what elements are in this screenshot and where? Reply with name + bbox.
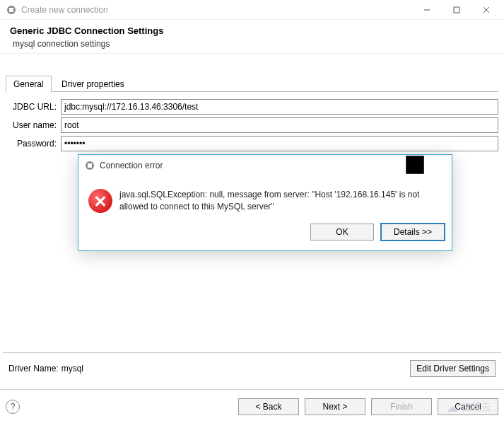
close-button[interactable]	[471, 0, 501, 20]
dialog-minimize-button[interactable]	[381, 153, 404, 178]
jdbc-url-label: JDBC URL:	[6, 102, 61, 112]
password-input[interactable]	[61, 136, 498, 151]
edit-driver-button[interactable]: Edit Driver Settings	[410, 360, 496, 377]
details-button[interactable]: Details >>	[381, 224, 445, 241]
tab-general[interactable]: General	[6, 76, 52, 93]
svg-rect-7	[88, 163, 92, 168]
help-button[interactable]: ?	[6, 400, 20, 414]
maximize-button[interactable]	[442, 0, 471, 20]
next-button[interactable]: Next >	[305, 398, 365, 415]
driver-name-value: mysql	[61, 364, 411, 373]
svg-line-11	[428, 156, 447, 174]
dialog-titlebar: Connection error	[78, 155, 452, 176]
dialog-body: java.sql.SQLException: null, message fro…	[78, 176, 452, 219]
cancel-button[interactable]: Cancel	[438, 398, 498, 415]
svg-rect-3	[454, 7, 459, 13]
window-title: Create new connection	[21, 5, 412, 15]
page-title: Generic JDBC Connection Settings	[10, 25, 494, 36]
username-row: User name:	[6, 117, 498, 133]
back-button[interactable]: < Back	[238, 398, 299, 415]
finish-button: Finish	[371, 398, 432, 415]
error-dialog: Connection error java.sql.SQLException: …	[78, 154, 452, 251]
dialog-app-icon	[84, 160, 95, 171]
password-row: Password:	[6, 136, 498, 151]
password-label: Password:	[6, 139, 61, 149]
wizard-footer: ? < Back Next > Finish Cancel	[0, 389, 504, 423]
jdbc-url-input[interactable]	[61, 99, 498, 115]
tabs-bar: General Driver properties	[6, 75, 498, 92]
dialog-close-button[interactable]	[426, 153, 449, 178]
driver-name-label: Driver Name:	[8, 364, 59, 373]
dialog-maximize-button[interactable]	[404, 153, 426, 178]
tab-driver-properties[interactable]: Driver properties	[54, 76, 132, 93]
svg-line-10	[428, 156, 447, 174]
svg-rect-9	[406, 156, 424, 174]
dialog-title: Connection error	[100, 161, 381, 170]
error-message: java.sql.SQLException: null, message fro…	[119, 189, 442, 214]
error-icon	[88, 189, 112, 213]
page-subtitle: mysql connection settings	[13, 39, 494, 49]
dialog-footer: OK Details >>	[78, 219, 452, 250]
username-input[interactable]	[61, 117, 498, 133]
ok-button[interactable]: OK	[310, 224, 374, 241]
connection-form: JDBC URL: User name: Password:	[0, 92, 504, 151]
driver-row: Driver Name: mysql Edit Driver Settings	[3, 352, 501, 384]
username-label: User name:	[6, 120, 61, 130]
jdbc-url-row: JDBC URL:	[6, 99, 498, 115]
svg-rect-1	[9, 8, 13, 12]
minimize-button[interactable]	[412, 0, 442, 20]
window-titlebar: Create new connection	[0, 0, 504, 20]
app-icon	[6, 4, 17, 16]
page-header: Generic JDBC Connection Settings mysql c…	[0, 20, 504, 54]
